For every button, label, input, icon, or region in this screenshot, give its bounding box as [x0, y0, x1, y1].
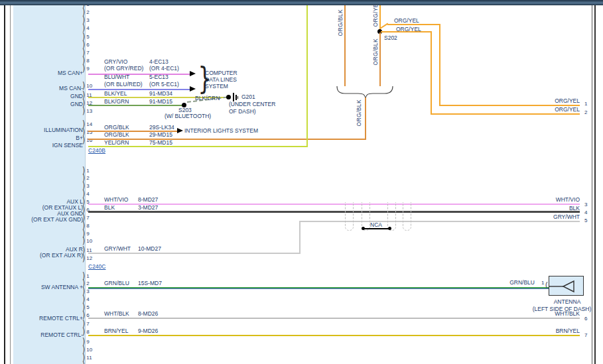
antenna-symbol-icon [549, 276, 583, 295]
right-pin-2: 2 [584, 109, 587, 115]
right-pin-3: 3 [584, 202, 587, 208]
wire-name: WHT/VIO [104, 196, 128, 203]
wire-org-blk-center-vertical [365, 97, 366, 139]
wire-gnd-blk-grn [88, 105, 184, 106]
wire-name: GRY/WHT [104, 245, 131, 252]
circuit-number: 4-EC13 [149, 58, 168, 65]
circuit-number-alt: (OR 5-EC1) [149, 81, 179, 88]
wire-remote-ctrl-minus [88, 335, 580, 336]
branch-wire-label: ORG/YEL [394, 17, 419, 24]
nca-dot [362, 227, 365, 230]
wire-aux-r-vertical [299, 221, 301, 253]
wire-ign-sense-vertical [306, 5, 308, 147]
wire-name: BLK [104, 204, 115, 211]
wire-name: YEL/GRN [104, 139, 129, 146]
system-computer-3: SYSTEM [205, 83, 228, 90]
panel-label-illumination: ILLUMINATION [12, 127, 83, 133]
antenna-component [549, 276, 584, 296]
wire-name: ORG/BLK [104, 131, 129, 138]
splice-note-s203: (W/ BLUETOOTH) [165, 113, 211, 119]
wire-ign-sense [88, 146, 308, 147]
right-pin-4: 4 [584, 210, 587, 215]
wiring-diagram: MS CAN+ MS CAN- GND GND ILLUMINATION B+ … [0, 0, 603, 364]
circuit-number: 75-MD15 [149, 139, 172, 146]
wire-org-yel-branch1 [387, 24, 440, 25]
nca-drain-wire [364, 228, 389, 229]
panel-label-gnd-2: GND [12, 101, 83, 107]
panel-label-ms-can-plus: MS CAN+ [12, 70, 83, 76]
branch-wire-label: ORG/YEL [396, 26, 421, 32]
wire-ms-can-plus [88, 74, 190, 75]
panel-label-ign-sense: IGN SENSE [12, 142, 83, 149]
wire-remote-ctrl-plus [88, 318, 580, 319]
circuit-number: 5-EC13 [149, 74, 168, 80]
circuit-number: 10-MD27 [138, 245, 161, 252]
right-pin-5: 5 [584, 217, 587, 223]
left-page-edge [4, 5, 5, 364]
wire-name: BRN/YEL [104, 328, 128, 334]
circuit-number: 3-MD27 [138, 204, 158, 211]
pin-c240b-13: 13 [82, 108, 92, 115]
connector-label-c240c[interactable]: C240C [88, 263, 105, 270]
circuit-number: 91-MD15 [149, 98, 172, 105]
right-wire-label: BLK [539, 205, 580, 212]
circuit-number: 8-MD27 [138, 196, 158, 203]
right-wire-label: GRN/BLU [494, 279, 535, 286]
wire-aux-l [88, 204, 580, 205]
right-wire-label: BRN/YEL [539, 328, 580, 334]
wire-ms-can-minus [88, 89, 190, 90]
wire-b-plus [88, 139, 366, 140]
wire-name: WHT/BLK [104, 310, 129, 317]
wire-name: BLK/GRN [104, 98, 129, 105]
antenna-pin-arc-icon: ( [545, 281, 548, 288]
wire-name: BLU/WHT [104, 74, 129, 80]
panel-label-gnd-1: GND [12, 93, 83, 99]
right-pin-7: 7 [584, 332, 587, 338]
left-page-edge-2 [10, 5, 11, 364]
wire-name: GRN/BLU [104, 280, 129, 286]
system-interior-lights: INTERIOR LIGHTS SYSTEM [184, 127, 258, 134]
wire-name-alt: (OR GRY/RED) [104, 65, 143, 72]
arrow-icon [177, 128, 183, 133]
right-wire-label: ORG/YEL [539, 97, 580, 104]
wire-org-blk-vertical-left [344, 5, 346, 86]
circuit-number: 91-MD34 [149, 90, 172, 97]
panel-label-b-plus: B+ [12, 135, 83, 141]
circuit-number: 9-MD26 [138, 328, 158, 334]
right-pin-1: 1 [584, 101, 587, 107]
right-pin-6: 6 [584, 316, 587, 322]
system-computer-2: DATA LINES [205, 76, 237, 83]
ground-dot-g201 [226, 95, 231, 99]
wire-aux-gnd [88, 211, 580, 213]
vertical-wire-label: ORG/BLK [337, 9, 344, 36]
panel-label-remote-ctrl-plus: REMOTE CTRL+ [12, 315, 83, 322]
antenna-pin-1: 1 [541, 280, 544, 286]
title-bar [0, 0, 603, 5]
wire-org-yel-branch2-vertical [431, 31, 432, 114]
wire-aux-r [88, 253, 301, 254]
circuit-number: 29-MD15 [149, 131, 172, 138]
ground-icon [237, 96, 238, 99]
nca-label: NCA [370, 221, 382, 228]
connector-label-c240b[interactable]: C240B [88, 147, 105, 154]
shield-icon [345, 202, 354, 231]
panel-label-ms-can-minus: MS CAN- [12, 85, 83, 91]
ground-note-2: OF DASH) [229, 108, 256, 115]
vertical-wire-label: ORG/BLK [356, 99, 362, 127]
panel-label-sw-antenna: SW ANTENNA + [12, 284, 83, 290]
nca-dot [388, 227, 391, 230]
arrow-icon [190, 71, 196, 76]
pin-c240c-12: 12 [82, 255, 92, 262]
wire-name: BLK/YEL [104, 90, 127, 97]
arrow-icon [190, 86, 196, 91]
panel-label-aux-gnd-alt: (OR EXT AUX GND) [12, 216, 83, 223]
wire-name: ORG/BLK [104, 124, 129, 131]
ground-icon [235, 95, 237, 100]
right-wire-label: WHT/VIO [539, 196, 580, 203]
ground-label-g201: G201 [241, 93, 255, 100]
wire-sw-antenna [88, 287, 549, 289]
wire-name-alt: (OR BLU/RED) [104, 81, 143, 88]
antenna-label: ANTENNA [544, 298, 590, 305]
radio-unit-panel [13, 5, 86, 364]
right-wire-label: WHT/BLK [539, 310, 580, 317]
